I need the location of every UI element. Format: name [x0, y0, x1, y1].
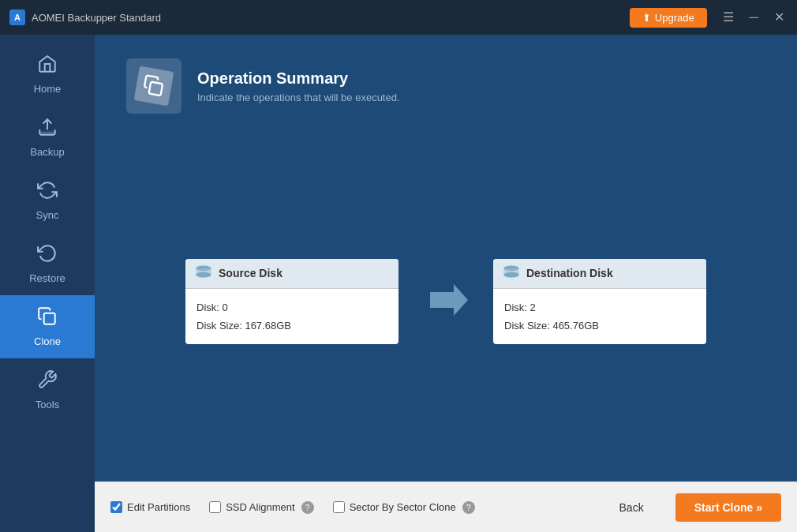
- svg-marker-6: [430, 284, 468, 316]
- close-button[interactable]: ✕: [771, 9, 788, 25]
- minimize-button[interactable]: ─: [746, 9, 761, 25]
- operation-subtitle: Indicate the operations that will be exe…: [197, 92, 400, 103]
- source-disk-line2: Disk Size: 167.68GB: [196, 317, 387, 335]
- sidebar-item-sync-label: Sync: [36, 209, 59, 221]
- app-title: AOMEI Backupper Standard: [32, 12, 161, 24]
- start-clone-button[interactable]: Start Clone »: [675, 493, 781, 522]
- sidebar-item-restore[interactable]: Restore: [0, 232, 95, 295]
- svg-rect-1: [39, 131, 55, 133]
- sector-clone-checkbox[interactable]: [333, 501, 345, 513]
- sidebar-item-sync[interactable]: Sync: [0, 169, 95, 232]
- upgrade-button[interactable]: ⬆ Upgrade: [630, 8, 707, 28]
- svg-rect-3: [149, 82, 163, 96]
- source-disk-line1: Disk: 0: [196, 298, 387, 317]
- destination-disk-line1: Disk: 2: [504, 298, 695, 317]
- operation-icon-box: [126, 58, 181, 114]
- ssd-alignment-help-icon[interactable]: ?: [301, 501, 314, 514]
- sidebar-item-tools[interactable]: Tools: [0, 358, 95, 421]
- operation-text: Operation Summary Indicate the operation…: [197, 69, 400, 103]
- clone-area: Source Disk Disk: 0 Disk Size: 167.68GB: [126, 137, 765, 466]
- edit-partitions-label: Edit Partitions: [127, 501, 190, 513]
- title-bar-right: ⬆ Upgrade ☰ ─ ✕: [630, 8, 788, 28]
- sidebar-item-backup-label: Backup: [30, 146, 64, 158]
- destination-disk-body: Disk: 2 Disk Size: 465.76GB: [493, 289, 706, 345]
- source-disk-icon: [195, 265, 212, 282]
- sidebar-item-clone-label: Clone: [34, 335, 61, 347]
- content-area: Operation Summary Indicate the operation…: [95, 35, 797, 532]
- sidebar-item-home[interactable]: Home: [0, 43, 95, 106]
- source-disk-label: Source Disk: [219, 267, 283, 279]
- sidebar-item-tools-label: Tools: [36, 399, 59, 410]
- tools-icon: [37, 369, 58, 395]
- operation-icon: [134, 66, 174, 107]
- sidebar-item-backup[interactable]: Backup: [0, 106, 95, 169]
- destination-disk-label: Destination Disk: [526, 267, 613, 279]
- operation-title: Operation Summary: [197, 69, 400, 88]
- footer-bar: Edit Partitions SSD Alignment ? Sector B…: [95, 481, 797, 532]
- source-disk-header: Source Disk: [185, 259, 398, 289]
- ssd-alignment-group: SSD Alignment ?: [209, 501, 313, 514]
- source-disk-body: Disk: 0 Disk Size: 167.68GB: [185, 289, 398, 345]
- back-button[interactable]: Back: [607, 495, 657, 520]
- clone-icon: [37, 306, 58, 332]
- clone-arrow: [422, 280, 470, 323]
- sync-icon: [37, 180, 58, 205]
- main-layout: Home Backup Sync: [0, 35, 797, 532]
- backup-icon: [37, 117, 58, 142]
- sidebar-item-home-label: Home: [34, 83, 62, 95]
- sector-clone-label: Sector By Sector Clone: [350, 501, 456, 513]
- edit-partitions-group: Edit Partitions: [110, 501, 190, 513]
- sidebar-item-restore-label: Restore: [29, 272, 65, 284]
- destination-disk-icon: [503, 265, 520, 282]
- sector-clone-help-icon[interactable]: ?: [462, 501, 475, 514]
- sidebar-item-clone[interactable]: Clone: [0, 295, 95, 358]
- sidebar: Home Backup Sync: [0, 35, 95, 532]
- svg-rect-2: [44, 313, 55, 324]
- restore-icon: [37, 243, 58, 268]
- svg-point-5: [196, 272, 211, 277]
- ssd-alignment-label: SSD Alignment: [226, 501, 294, 513]
- operation-header: Operation Summary Indicate the operation…: [126, 58, 765, 114]
- window-controls: ☰ ─ ✕: [720, 9, 788, 25]
- destination-disk-line2: Disk Size: 465.76GB: [504, 317, 695, 335]
- destination-disk-header: Destination Disk: [493, 259, 706, 289]
- upgrade-icon: ⬆: [642, 12, 651, 24]
- title-bar-left: A AOMEI Backupper Standard: [9, 9, 161, 25]
- edit-partitions-checkbox[interactable]: [110, 501, 122, 513]
- home-icon: [37, 54, 58, 79]
- destination-disk-card: Destination Disk Disk: 2 Disk Size: 465.…: [493, 259, 706, 345]
- menu-button[interactable]: ☰: [720, 9, 737, 25]
- sector-clone-group: Sector By Sector Clone ?: [333, 501, 475, 514]
- title-bar: A AOMEI Backupper Standard ⬆ Upgrade ☰ ─…: [0, 0, 797, 35]
- svg-point-8: [503, 272, 518, 277]
- source-disk-card: Source Disk Disk: 0 Disk Size: 167.68GB: [185, 259, 398, 345]
- app-icon: A: [9, 9, 25, 25]
- ssd-alignment-checkbox[interactable]: [209, 501, 221, 513]
